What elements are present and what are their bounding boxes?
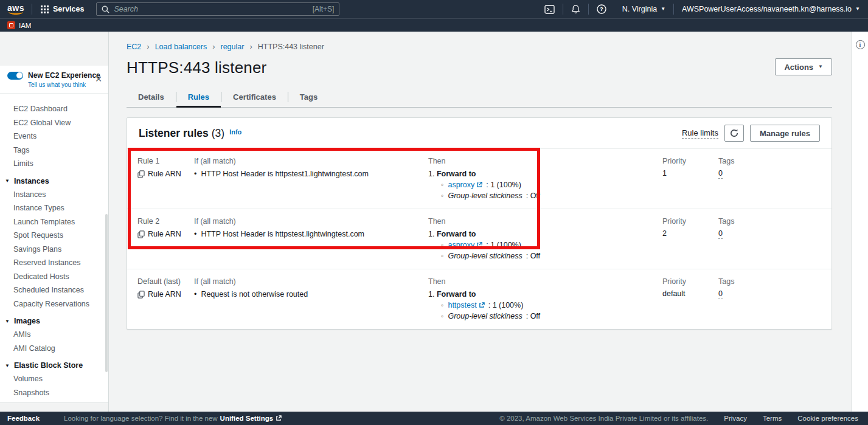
sidebar-item-amis[interactable]: AMIs	[0, 328, 108, 342]
region-selector[interactable]: N. Virginia ▼	[614, 0, 673, 18]
tags-count-link[interactable]: 0	[718, 289, 723, 299]
stickiness-label: Group-level stickiness	[448, 191, 522, 201]
sidebar-item-dedicated-hosts[interactable]: Dedicated Hosts	[0, 270, 108, 284]
feedback-link[interactable]: Feedback	[7, 415, 40, 422]
sidebar-bottom-strip	[0, 403, 108, 412]
breadcrumb-regular[interactable]: regular	[221, 43, 245, 51]
sidebar-item-launch-templates[interactable]: Launch Templates	[0, 215, 108, 229]
sidebar-section-instances[interactable]: ▼ Instances	[0, 171, 108, 188]
tab-details[interactable]: Details	[127, 89, 176, 107]
triangle-down-icon: ▼	[5, 319, 10, 324]
stickiness-label: Group-level stickiness	[448, 251, 522, 261]
rule-limits-link[interactable]: Rule limits	[682, 128, 718, 139]
sidebar-item-instances[interactable]: Instances	[0, 188, 108, 202]
sidebar-scrollbar[interactable]	[105, 214, 108, 372]
column-tags-label: Tags	[718, 217, 832, 226]
cookie-preferences-link[interactable]: Cookie preferences	[797, 415, 858, 422]
sidebar-item-scheduled-instances[interactable]: Scheduled Instances	[0, 283, 108, 297]
help-button[interactable]: ?	[589, 0, 614, 18]
rule-arn-copy[interactable]: Rule ARN	[137, 290, 194, 299]
page-title: HTTPS:443 listener	[127, 58, 266, 77]
svg-text:?: ?	[600, 5, 603, 12]
column-priority-label: Priority	[662, 277, 718, 286]
privacy-link[interactable]: Privacy	[724, 415, 747, 422]
forward-target: asproxy : 1 (100%)	[441, 240, 662, 251]
target-group-link[interactable]: asproxy	[448, 180, 482, 190]
account-menu[interactable]: AWSPowerUserAccess/navaneeth.kn@harness.…	[674, 0, 868, 18]
column-then-label: Then	[428, 277, 662, 286]
rule-arn-copy[interactable]: Rule ARN	[137, 170, 194, 178]
sidebar-item-reserved-instances[interactable]: Reserved Instances	[0, 256, 108, 270]
rule-name: Rule 1	[137, 157, 194, 165]
sidebar-item-savings-plans[interactable]: Savings Plans	[0, 243, 108, 257]
new-experience-title: New EC2 Experience	[28, 71, 100, 80]
manage-rules-button[interactable]: Manage rules	[750, 125, 820, 142]
sidebar-item-events[interactable]: Events	[0, 130, 108, 143]
breadcrumb-load-balancers[interactable]: Load balancers	[155, 43, 207, 51]
target-weight: : 1 (100%)	[486, 240, 521, 251]
sidebar-item-spot-requests[interactable]: Spot Requests	[0, 229, 108, 243]
sidebar-item-ec2-dashboard[interactable]: EC2 Dashboard	[0, 102, 108, 116]
rule-condition: Request is not otherwise routed	[194, 289, 428, 299]
target-group-link[interactable]: httpstest	[448, 300, 484, 311]
search-input[interactable]	[114, 5, 308, 13]
then-action-label: Forward to	[437, 230, 476, 238]
section-label: Instances	[14, 177, 49, 185]
rule-arn-label: Rule ARN	[148, 170, 181, 178]
top-navigation: aws Services [Alt+S]	[0, 0, 868, 18]
sidebar-item-volumes[interactable]: Volumes	[0, 372, 108, 386]
breadcrumb-ec2[interactable]: EC2	[127, 43, 141, 51]
sidebar-item-ami-catalog[interactable]: AMI Catalog	[0, 342, 108, 356]
sidebar-section-images[interactable]: ▼ Images	[0, 311, 108, 328]
rule-arn-copy[interactable]: Rule ARN	[137, 230, 194, 238]
rule-row-default: Default (last) Rule ARN If (all match) R…	[127, 269, 832, 329]
feedback-link[interactable]: Tell us what you think	[28, 81, 102, 88]
stickiness-value: : Off	[526, 251, 540, 261]
cloudshell-button[interactable]	[536, 0, 563, 18]
tab-rules[interactable]: Rules	[176, 89, 221, 107]
tab-tags[interactable]: Tags	[288, 89, 329, 107]
console-footer: Feedback Looking for language selection?…	[0, 412, 868, 425]
stickiness-value: : Off	[526, 191, 540, 201]
sidebar-item-ec2-global-view[interactable]: EC2 Global View	[0, 116, 108, 130]
column-priority-label: Priority	[662, 157, 718, 165]
sidebar-item-capacity-reservations[interactable]: Capacity Reservations	[0, 297, 108, 311]
target-group-link[interactable]: asproxy	[448, 240, 482, 251]
close-icon[interactable]: ✕	[95, 74, 102, 84]
refresh-button[interactable]	[724, 125, 744, 142]
column-if-label: If (all match)	[194, 157, 428, 165]
sidebar-item-snapshots[interactable]: Snapshots	[0, 386, 108, 400]
terms-link[interactable]: Terms	[763, 415, 782, 422]
new-experience-toggle[interactable]	[7, 72, 23, 80]
iam-service-icon	[7, 21, 15, 29]
sidebar-item-tags[interactable]: Tags	[0, 143, 108, 157]
column-tags-label: Tags	[718, 157, 832, 165]
then-action: 1. Forward to	[428, 169, 662, 179]
info-panel-icon[interactable]: i	[856, 40, 865, 49]
region-label: N. Virginia	[622, 5, 657, 13]
listener-rules-panel: Listener rules (3) Info Rule limits Mana…	[127, 117, 832, 330]
rule-row-1: Rule 1 Rule ARN If (all match) HTTP Host…	[127, 148, 832, 209]
global-search[interactable]: [Alt+S]	[96, 2, 339, 16]
services-menu-button[interactable]: Services	[32, 0, 92, 18]
tab-certificates[interactable]: Certificates	[221, 89, 288, 107]
breadcrumb-current: HTTPS:443 listener	[258, 43, 324, 51]
favorite-iam-link[interactable]: IAM	[0, 21, 38, 29]
sidebar-item-instance-types[interactable]: Instance Types	[0, 201, 108, 215]
info-link[interactable]: Info	[229, 128, 241, 136]
priority-value: 2	[662, 229, 718, 238]
external-link-icon	[276, 415, 282, 421]
notifications-bell-button[interactable]	[563, 0, 588, 18]
breadcrumb-separator-icon: ›	[212, 42, 215, 51]
rule-name: Default (last)	[137, 277, 194, 286]
tags-count-link[interactable]: 0	[718, 169, 723, 179]
copyright-text: © 2023, Amazon Web Services India Privat…	[499, 415, 708, 422]
sidebar-section-ebs[interactable]: ▼ Elastic Block Store	[0, 355, 108, 372]
tags-count-link[interactable]: 0	[718, 229, 723, 239]
chevron-down-icon: ▼	[818, 64, 823, 69]
sidebar-item-limits[interactable]: Limits	[0, 157, 108, 171]
unified-settings-link[interactable]: Unified Settings	[220, 415, 274, 422]
aws-logo[interactable]: aws	[0, 4, 32, 15]
actions-button[interactable]: Actions ▼	[775, 58, 832, 75]
breadcrumb-separator-icon: ›	[147, 42, 149, 51]
